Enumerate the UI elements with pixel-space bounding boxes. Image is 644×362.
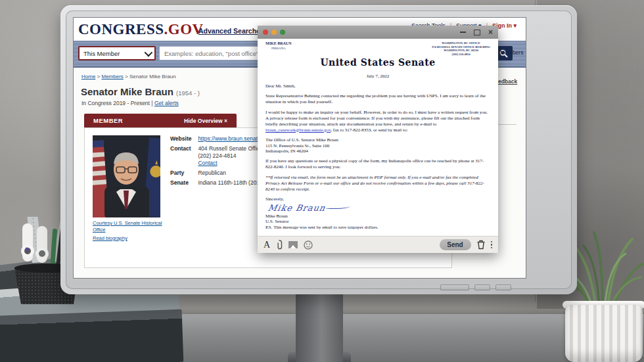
- paragraph-2: I would be happy to make an inquiry on y…: [265, 110, 490, 133]
- paragraph-4-disclaimer: **If returned via email, the form must b…: [265, 175, 490, 192]
- trash-icon[interactable]: [477, 240, 485, 250]
- close-icon[interactable]: ×: [488, 28, 493, 36]
- minimize-traffic-light-icon[interactable]: [271, 30, 277, 35]
- hide-overview-button[interactable]: Hide Overview ×: [184, 118, 227, 124]
- portrait-illustration: [93, 135, 160, 217]
- sender-state: INDIANA: [265, 46, 292, 51]
- congress-service-text: In Congress 2019 - Present |: [81, 100, 153, 106]
- salutation: Dear Mr. Smith,: [265, 83, 490, 89]
- detail-label: Website: [170, 135, 196, 142]
- photo-credit-link[interactable]: Courtesy U.S. Senate Historical Office: [93, 220, 172, 233]
- detail-label: Senate: [170, 179, 196, 186]
- senate-masthead: United States Senate: [265, 57, 490, 68]
- desktop-scene: CONGRESS.GOV Advanced Searches Search To…: [0, 0, 644, 362]
- minimize-icon[interactable]: [460, 32, 466, 33]
- paragraph-3: If you have any questions or need a phys…: [265, 158, 490, 170]
- contact-link[interactable]: Contact: [198, 160, 217, 166]
- address-line: Indianapolis, IN 46204: [265, 148, 490, 154]
- signed-title: U.S. Senator: [265, 219, 490, 225]
- close-traffic-light-icon[interactable]: [263, 30, 268, 35]
- logo-gov-text: .GOV: [164, 21, 204, 37]
- breadcrumb: Home > Members > Senator Mike Braun: [81, 74, 176, 79]
- search-placeholder: Examples: education, "post office": [164, 50, 258, 57]
- office-phone: (202) 224-4814: [198, 152, 236, 159]
- format-text-icon[interactable]: A: [264, 240, 270, 250]
- monitor-plus-button[interactable]: [474, 284, 490, 290]
- plant-pot: [565, 305, 643, 362]
- maximize-icon[interactable]: [474, 30, 480, 35]
- insert-image-icon[interactable]: [288, 241, 298, 248]
- breadcrumb-separator: >: [97, 74, 101, 79]
- breadcrumb-members[interactable]: Members: [101, 74, 123, 79]
- postscript: P.S. This message was sent by email to s…: [265, 225, 490, 231]
- advanced-searches-link[interactable]: Advanced Searches: [198, 27, 264, 35]
- sender-block: MIKE BRAUN INDIANA: [265, 41, 292, 51]
- congress-gov-logo[interactable]: CONGRESS.GOV: [78, 21, 204, 38]
- signed-name: Mike Braun: [265, 214, 490, 219]
- window-titlebar[interactable]: ×: [258, 26, 498, 39]
- get-alerts-link[interactable]: Get alerts: [154, 100, 179, 106]
- zoom-traffic-light-icon[interactable]: [280, 30, 285, 35]
- detail-label: Contact: [170, 145, 196, 152]
- members-nav-label[interactable]: Members: [500, 49, 523, 56]
- casework-email-link[interactable]: braun_casework@braun.senate.gov: [265, 127, 331, 133]
- office-block: WASHINGTON, DC OFFICE 374 RUSSELL SENATE…: [432, 41, 490, 56]
- monitor-controls: [440, 284, 511, 290]
- detail-label: Party: [170, 170, 196, 176]
- member-overview-tab[interactable]: MEMBER Hide Overview ×: [84, 114, 237, 127]
- member-years: (1954 - ): [176, 89, 200, 97]
- paragraph-1: State Representative Behning contacted m…: [265, 93, 490, 105]
- address-line: The Office of U.S. Senator Mike Braun: [265, 137, 490, 143]
- member-name: Senator Mike Braun: [81, 86, 173, 97]
- page-title: Senator Mike Braun (1954 - ): [81, 86, 200, 97]
- chevron-down-icon: [145, 48, 153, 57]
- book: [0, 309, 183, 362]
- compose-toolbar: A Send: [258, 236, 498, 253]
- paragraph-2-tail: , fax to 317-822-8353, or send by mail t…: [331, 127, 407, 133]
- attachment-icon[interactable]: [276, 240, 283, 250]
- monitor-menu-button[interactable]: [440, 284, 469, 290]
- member-tab-label: MEMBER: [93, 117, 123, 124]
- letter-date: July 7, 2022: [265, 74, 490, 79]
- sender-name: MIKE BRAUN: [265, 41, 292, 46]
- emoji-icon[interactable]: [304, 240, 313, 250]
- paragraph-2-text: I would be happy to make an inquiry on y…: [265, 110, 488, 127]
- member-portrait: [93, 135, 160, 217]
- breadcrumb-separator: >: [125, 74, 128, 79]
- search-scope-dropdown[interactable]: This Member: [78, 46, 156, 60]
- monitor: CONGRESS.GOV Advanced Searches Search To…: [60, 5, 577, 294]
- signature: Mike Braun: [267, 203, 327, 213]
- monitor-stand: [296, 293, 343, 362]
- email-compose-window: × MIKE BRAUN INDIANA WASHINGTON, DC OFFI…: [258, 26, 498, 253]
- mailing-address: The Office of U.S. Senator Mike Braun 11…: [265, 137, 490, 154]
- browser-viewport: CONGRESS.GOV Advanced Searches Search To…: [74, 18, 526, 278]
- breadcrumb-current: Senator Mike Braun: [129, 74, 176, 79]
- more-options-icon[interactable]: [491, 241, 493, 249]
- logo-congress-text: CONGRESS: [78, 21, 164, 37]
- breadcrumb-home[interactable]: Home: [81, 74, 95, 79]
- office-line: (202) 224-4814: [432, 53, 490, 57]
- address-line: 115 N. Pennsylvania St., Suite 100: [265, 143, 490, 149]
- signature-line: Mike Braun: [265, 202, 490, 214]
- signature-flourish: [325, 204, 350, 209]
- congress-service-line: In Congress 2019 - Present | Get alerts: [81, 100, 179, 106]
- search-scope-value: This Member: [83, 50, 120, 57]
- send-button[interactable]: Send: [440, 239, 471, 250]
- read-biography-link[interactable]: Read biography: [93, 235, 127, 241]
- letter-body: MIKE BRAUN INDIANA WASHINGTON, DC OFFICE…: [258, 39, 498, 236]
- monitor-minus-button[interactable]: [495, 284, 511, 290]
- letterhead: MIKE BRAUN INDIANA WASHINGTON, DC OFFICE…: [265, 41, 490, 56]
- closing: Sincerely,: [265, 196, 490, 202]
